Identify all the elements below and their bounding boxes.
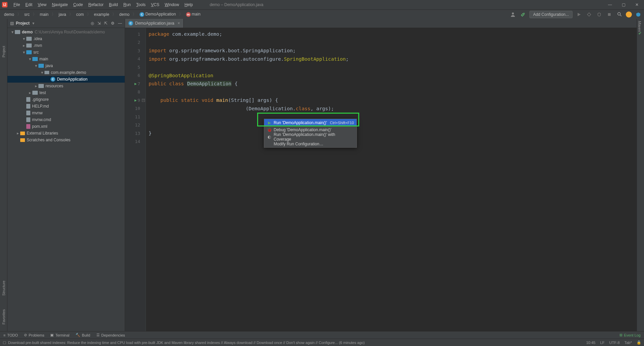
inspection-ok-icon[interactable]: ✔ [638,31,642,36]
tree-item[interactable]: mvnw.cmd [7,116,125,123]
menu-refactor[interactable]: Refactor [86,1,106,8]
code-line[interactable]: import org.springframework.boot.SpringAp… [149,47,634,55]
tree-item[interactable]: .gitignore [7,96,125,103]
breadcrumb-item[interactable]: main [38,11,51,18]
coverage-button[interactable] [595,11,603,18]
tree-item[interactable]: Scratches and Consoles [7,137,125,143]
event-log[interactable]: ⊞Event Log [619,333,641,337]
tree-item[interactable]: HELP.md [7,103,125,110]
hammer-icon[interactable] [519,11,527,18]
tree-item[interactable]: ▸External Libraries [7,130,125,137]
collapse-icon[interactable]: ⇱ [104,21,108,26]
menu-window[interactable]: Window [162,1,182,8]
gutter-line[interactable]: 2 [125,38,146,47]
gutter-line[interactable]: 7▶ [125,80,146,88]
gutter-line[interactable]: 3 [125,47,146,55]
gutter-line[interactable]: 11 [125,113,146,121]
gutter-line[interactable]: 9▶− [125,96,146,105]
menu-code[interactable]: Code [70,1,86,8]
tree-item[interactable]: ▸test [7,89,125,96]
user-icon[interactable] [509,11,517,18]
code-line[interactable]: } [149,129,634,138]
close-button[interactable]: ✕ [632,1,642,8]
tree-item[interactable]: ▾java [7,62,125,69]
code-line[interactable]: public static void main(String[] args) { [149,96,634,105]
tree-item[interactable]: ▾com.example.demo [7,69,125,76]
minimize-button[interactable]: — [605,1,615,8]
rail-favorites[interactable]: Favorites [2,309,6,324]
code-line[interactable] [149,38,634,47]
status-lock-icon[interactable]: 🔒 [637,340,641,345]
menu-view[interactable]: View [35,1,49,8]
tree-item[interactable]: mvnw [7,110,125,116]
code-line[interactable] [149,121,634,129]
fold-icon[interactable]: − [142,99,145,102]
breadcrumb-item[interactable]: java [57,11,68,18]
gutter-line[interactable]: 12 [125,121,146,129]
run-configuration-select[interactable]: Add Configuration... [529,11,573,18]
gear-icon[interactable]: ⚙ [111,21,115,26]
dropdown-icon[interactable]: ▾ [32,21,34,26]
run-gutter-icon[interactable]: ▶ [134,82,137,86]
breadcrumb-item[interactable]: com [74,11,86,18]
code-line[interactable] [149,63,634,71]
account-icon[interactable] [635,11,642,18]
code-line[interactable]: @SpringBootApplication [149,71,634,80]
breadcrumb-item[interactable]: demo [2,11,16,18]
code-line[interactable]: (DemoApplication.class, args); [149,105,634,113]
rail-project[interactable]: Project [2,46,6,57]
menu-run[interactable]: Run [121,1,133,8]
breadcrumb-item[interactable]: example [92,11,111,18]
context-menu-item[interactable]: ▶Run 'DemoApplication.main()'Ctrl+Shift+… [264,119,357,126]
menu-build[interactable]: Build [106,1,121,8]
gutter-line[interactable]: 4 [125,55,146,63]
code-line[interactable] [149,88,634,96]
status-tab[interactable]: Tab* [624,341,632,345]
run-button[interactable] [575,11,583,18]
gutter-line[interactable]: 14 [125,138,146,146]
tree-item[interactable]: ▾.idea [7,35,125,42]
stop-button[interactable] [606,11,613,18]
tree-item[interactable]: ▾src [7,49,125,56]
breadcrumb-item[interactable]: CDemoApplication [137,11,178,18]
gutter-line[interactable]: 5 [125,63,146,71]
locate-icon[interactable]: ◎ [91,21,94,26]
editor-tab[interactable]: CDemoApplication.java× [125,19,184,28]
search-icon[interactable] [616,11,623,18]
code-line[interactable] [149,113,634,121]
code-line[interactable]: package com.example.demo; [149,30,634,38]
code-line[interactable]: public class DemoApplication { [149,80,634,88]
menu-navigate[interactable]: Navigate [49,1,70,8]
gutter-line[interactable]: 8 [125,88,146,96]
status-icon[interactable]: ▢ [3,340,6,345]
tree-item[interactable]: ▾main [7,56,125,62]
menu-help[interactable]: Help [182,1,195,8]
status-lf[interactable]: LF [600,341,605,345]
tree-root[interactable]: ▾demoC:\Users\Amiya Rout\Downloads\demo [7,29,125,35]
maximize-button[interactable]: ▢ [618,1,628,8]
gutter-line[interactable]: 1 [125,30,146,38]
ide-update-icon[interactable] [626,11,632,18]
editor-gutter[interactable]: 1234567▶89▶−1011121314 [125,28,146,331]
debug-button[interactable] [585,11,593,18]
run-gutter-icon[interactable]: ▶ [134,98,137,103]
tree-item[interactable]: ▸resources [7,83,125,89]
menu-vcs[interactable]: VCS [148,1,162,8]
close-icon[interactable]: × [178,21,180,26]
code-line[interactable]: import org.springframework.boot.autoconf… [149,55,634,63]
bottom-todo[interactable]: ≡TODO [3,333,18,337]
bottom-problems[interactable]: ⊘Problems [24,333,44,337]
project-tree[interactable]: ▾demoC:\Users\Amiya Rout\Downloads\demo▾… [7,28,125,331]
rail-structure[interactable]: Structure [2,281,6,296]
tree-item[interactable]: ▸.mvn [7,42,125,49]
menu-tools[interactable]: Tools [133,1,148,8]
gutter-line[interactable]: 13 [125,129,146,138]
hide-icon[interactable]: — [118,21,122,26]
breadcrumb-item[interactable]: src [22,11,32,18]
breadcrumb-item[interactable]: demo [117,11,131,18]
menu-file[interactable]: File [11,1,23,8]
context-menu-item[interactable]: ◐Run 'DemoApplication.main()' with Cover… [264,133,357,140]
code-line[interactable] [149,138,634,146]
bottom-dependencies[interactable]: ☰Dependencies [96,333,125,337]
gutter-line[interactable]: 10 [125,105,146,113]
